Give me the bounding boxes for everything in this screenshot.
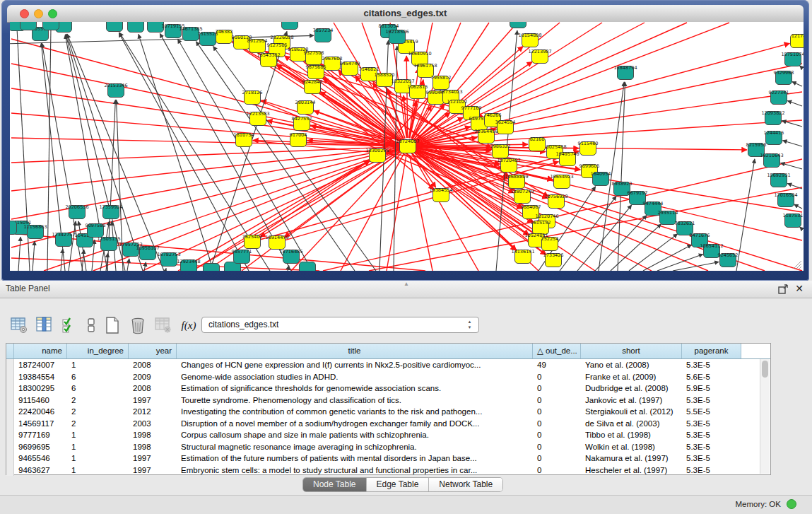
cell-name[interactable]: 9463627 xyxy=(14,465,67,477)
cell-short[interactable]: Nakamura et al. (1997) xyxy=(581,452,682,465)
cell-pagerank[interactable]: 5.3E-5 xyxy=(682,429,741,441)
citation-edge[interactable] xyxy=(260,151,401,237)
citation-edge[interactable] xyxy=(416,23,687,143)
tab-edge-table[interactable]: Edge Table xyxy=(367,478,430,491)
cell-in_degree[interactable]: 6 xyxy=(67,371,129,383)
cell-title[interactable]: Structural magnetic resonance image aver… xyxy=(177,441,533,453)
cell-title[interactable]: Changes of HCN gene expression and I(f) … xyxy=(177,359,533,371)
citation-edge[interactable] xyxy=(11,113,399,146)
cell-title[interactable]: Corpus callosum shape and size in male p… xyxy=(177,429,533,441)
table-row[interactable]: 946554611997Estimation of the future num… xyxy=(6,452,760,465)
cell-short[interactable]: Franke et al. (2009) xyxy=(581,371,682,383)
row-height-icon[interactable] xyxy=(86,316,96,334)
graph-node[interactable] xyxy=(300,262,316,271)
function-builder-icon[interactable]: f(x) xyxy=(180,316,198,334)
cell-in_degree[interactable]: 2 xyxy=(67,418,129,430)
table-row[interactable]: 1456911722003Disruption of a novel membe… xyxy=(6,418,760,430)
cell-short[interactable]: Jankovic et al. (1997) xyxy=(581,395,682,407)
show-column-icon[interactable] xyxy=(35,316,54,334)
citation-edge[interactable] xyxy=(800,227,802,229)
cell-year[interactable]: 1997 xyxy=(129,452,177,465)
tab-node-table[interactable]: Node Table xyxy=(303,478,367,491)
cell-year[interactable]: 2003 xyxy=(129,418,177,430)
column-header-pagerank[interactable]: pagerank xyxy=(682,344,741,358)
cell-out_de[interactable]: 0 xyxy=(533,395,581,407)
cell-year[interactable]: 2012 xyxy=(129,406,177,418)
citation-edge[interactable] xyxy=(82,250,84,271)
table-row[interactable]: 1830029562008Estimation of significance … xyxy=(6,382,760,395)
citation-edge[interactable] xyxy=(792,81,802,86)
citation-edge[interactable] xyxy=(611,224,661,271)
citation-edge[interactable] xyxy=(165,268,166,271)
cell-out_de[interactable]: 0 xyxy=(533,429,581,441)
graph-node[interactable] xyxy=(282,22,298,30)
cell-title[interactable]: Disruption of a novel member of a sodium… xyxy=(177,418,533,430)
scrollbar-thumb[interactable] xyxy=(762,361,768,378)
vertical-scrollbar[interactable] xyxy=(760,359,770,474)
cell-short[interactable]: Yano et al. (2008) xyxy=(581,359,682,371)
cell-short[interactable]: Stergiakouli et al. (2012) xyxy=(581,406,682,418)
cell-in_degree[interactable]: 6 xyxy=(67,382,129,395)
citation-edge[interactable] xyxy=(11,64,399,145)
cell-name[interactable]: 22420046 xyxy=(14,406,67,418)
memory-status-indicator[interactable] xyxy=(787,499,796,509)
citation-edge[interactable] xyxy=(794,204,802,209)
cell-year[interactable]: 2009 xyxy=(129,371,177,383)
graph-node[interactable] xyxy=(107,22,123,32)
table-row[interactable]: 969969511998Structural magnetic resonanc… xyxy=(6,441,760,453)
cell-name[interactable]: 9699695 xyxy=(14,441,67,453)
cell-title[interactable]: Estimation of the future numbers of pati… xyxy=(177,452,533,465)
graph-node[interactable] xyxy=(510,22,526,28)
cell-year[interactable]: 1998 xyxy=(129,429,177,441)
column-header-year[interactable]: year xyxy=(129,344,177,358)
cell-pagerank[interactable]: 5.6E-5 xyxy=(682,371,741,383)
cell-year[interactable]: 2008 xyxy=(129,382,177,395)
citation-edge[interactable] xyxy=(47,28,51,271)
close-panel-icon[interactable]: ✕ xyxy=(794,283,805,294)
cell-in_degree[interactable]: 2 xyxy=(67,395,129,407)
cell-title[interactable]: Genome-wide association studies in ADHD. xyxy=(177,371,533,383)
column-header-title[interactable]: title xyxy=(177,344,533,358)
cell-in_degree[interactable]: 2 xyxy=(67,406,129,418)
cell-pagerank[interactable]: 5.3E-5 xyxy=(682,465,741,477)
cell-short[interactable]: Tibbo et al. (1998) xyxy=(581,429,682,441)
table-row[interactable]: 2242004622012Investigating the contribut… xyxy=(6,406,760,418)
cell-title[interactable]: Tourette syndrome. Phenomenology and cla… xyxy=(177,395,533,407)
graph-node[interactable] xyxy=(43,22,59,30)
new-table-icon[interactable] xyxy=(103,316,122,334)
cell-pagerank[interactable]: 5.3E-5 xyxy=(682,452,741,465)
cell-in_degree[interactable]: 1 xyxy=(67,359,129,371)
cell-in_degree[interactable]: 1 xyxy=(67,452,129,465)
cell-title[interactable]: Embryonic stem cells: a model to study s… xyxy=(177,465,533,477)
delete-table-trash-icon[interactable] xyxy=(129,316,147,334)
citation-edge[interactable] xyxy=(33,241,35,271)
graph-node[interactable] xyxy=(128,22,144,33)
cell-name[interactable]: 18300295 xyxy=(14,382,67,395)
cell-year[interactable]: 1997 xyxy=(129,465,177,477)
cell-short[interactable]: de Silva et al. (2003) xyxy=(581,418,682,430)
table-panel-header[interactable]: Table Panel ▲ ✕ xyxy=(0,281,812,298)
cell-name[interactable]: 9465546 xyxy=(14,452,67,465)
float-panel-icon[interactable] xyxy=(778,284,788,294)
table-row[interactable]: 977716911998Corpus callosum shape and si… xyxy=(6,429,760,441)
cell-name[interactable]: 19384554 xyxy=(14,371,67,383)
panel-drag-grip[interactable]: ▲ xyxy=(401,282,411,286)
citation-edge[interactable] xyxy=(416,23,729,144)
cell-name[interactable]: 9115460 xyxy=(14,395,67,407)
cell-year[interactable]: 1997 xyxy=(129,395,177,407)
column-header-name[interactable]: name xyxy=(14,344,67,358)
citation-edge[interactable] xyxy=(787,100,802,106)
column-header-short[interactable]: short xyxy=(581,344,682,358)
cell-out_de[interactable]: 0 xyxy=(533,382,581,395)
citation-edge[interactable] xyxy=(800,66,802,68)
table-settings-icon[interactable] xyxy=(10,316,28,334)
cell-pagerank[interactable]: 5.5E-5 xyxy=(682,406,741,418)
cell-pagerank[interactable]: 5.3E-5 xyxy=(682,395,741,407)
column-header-out_de[interactable]: △ out_de... xyxy=(533,344,581,358)
citation-edge[interactable] xyxy=(673,262,719,271)
graph-node[interactable] xyxy=(204,264,220,271)
cell-title[interactable]: Estimation of significance thresholds fo… xyxy=(177,382,533,395)
cell-name[interactable]: 9777169 xyxy=(14,429,67,441)
cell-in_degree[interactable]: 1 xyxy=(67,441,129,453)
citation-edge[interactable] xyxy=(406,56,408,138)
